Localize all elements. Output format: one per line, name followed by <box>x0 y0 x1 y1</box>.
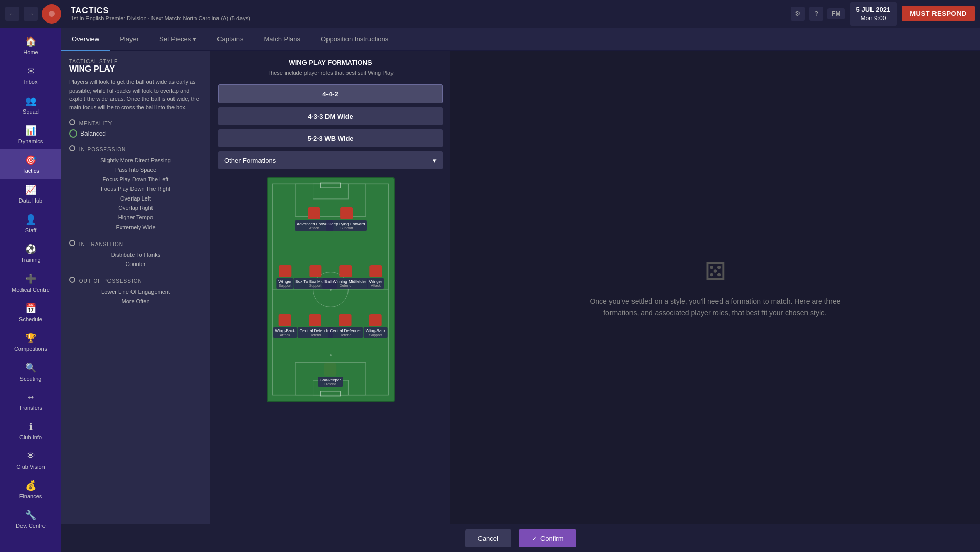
sidebar-label-inbox: Inbox <box>24 79 38 85</box>
other-formations-dropdown[interactable]: Other Formations ▾ <box>218 151 443 169</box>
sidebar-label-home: Home <box>23 49 38 55</box>
sidebar-icon-inbox: ✉ <box>27 65 35 77</box>
sidebar-icon-dynamics: 📊 <box>25 125 36 136</box>
must-respond-button[interactable]: MUST RESPOND <box>902 6 975 21</box>
player-shirt-4 <box>309 265 321 277</box>
sidebar-item-dev-centre[interactable]: 🔧Dev. Centre <box>0 504 61 534</box>
formation-523wbwide-button[interactable]: 5-2-3 WB Wide <box>218 129 443 147</box>
content-area: Overview Player Set Pieces ▾ Captains Ma… <box>61 28 980 552</box>
date-block: 5 JUL 2021 Mon 9:00 <box>850 2 897 26</box>
sidebar-item-dynamics[interactable]: 📊Dynamics <box>0 120 61 149</box>
confirm-button[interactable]: ✓ Confirm <box>519 529 577 547</box>
sidebar-item-schedule[interactable]: 📅Schedule <box>0 298 61 327</box>
cancel-button[interactable]: Cancel <box>465 529 511 547</box>
sidebar-label-dev-centre: Dev. Centre <box>16 523 46 529</box>
mentality-row: Balanced <box>69 129 202 138</box>
forward-button[interactable]: → <box>24 7 38 21</box>
confirm-check-icon: ✓ <box>532 535 537 542</box>
sidebar-label-dynamics: Dynamics <box>18 138 43 144</box>
sidebar-label-finances: Finances <box>19 493 42 499</box>
svg-point-13 <box>330 354 332 356</box>
player-shirt-1 <box>308 207 320 219</box>
sidebar-label-medical: Medical Centre <box>12 286 50 293</box>
page-subtitle: 1st in English Premier Division · Next M… <box>71 15 250 21</box>
sidebar-item-staff[interactable]: 👤Staff <box>0 209 61 238</box>
sidebar-icon-training: ⚽ <box>25 244 36 255</box>
sidebar-item-club-vision[interactable]: 👁Club Vision <box>0 446 61 475</box>
sidebar-item-data-hub[interactable]: 📈Data Hub <box>0 179 61 209</box>
sidebar-label-transfers: Transfers <box>19 405 42 411</box>
sidebar-icon-schedule: 📅 <box>25 303 36 314</box>
tab-match-plans[interactable]: Match Plans <box>254 28 311 51</box>
top-bar: ← → TACTICS 1st in English Premier Divis… <box>0 0 980 28</box>
svg-rect-7 <box>313 184 348 200</box>
sidebar-label-scouting: Scouting <box>20 376 42 382</box>
sidebar-icon-finances: 💰 <box>25 480 36 491</box>
sidebar-icon-squad: 👥 <box>25 95 36 106</box>
top-icons: ⚙ ? FM <box>791 7 844 21</box>
dice-icon: ⚄ <box>705 257 726 285</box>
main-layout: 🏠Home✉Inbox👥Squad📊Dynamics🎯Tactics📈Data … <box>0 28 980 552</box>
formation-433dmwide-button[interactable]: 4-3-3 DM Wide <box>218 107 443 125</box>
sidebar-label-squad: Squad <box>23 108 39 115</box>
sidebar-item-transfers[interactable]: ↔Transfers <box>0 387 61 416</box>
sidebar-item-finances[interactable]: 💰Finances <box>0 475 61 504</box>
out-of-possession-items: Lower Line Of Engagement More Often <box>69 287 202 306</box>
formation-panel-title: WING PLAY FORMATIONS <box>218 59 443 67</box>
sidebar-icon-medical: ➕ <box>25 273 36 284</box>
sidebar-item-training[interactable]: ⚽Training <box>0 238 61 268</box>
sidebar-label-club-vision: Club Vision <box>16 463 45 470</box>
sidebar-icon-transfers: ↔ <box>26 392 35 403</box>
player-deep-lying-forward: Deep Lying ForwardSupport <box>326 207 367 231</box>
back-button[interactable]: ← <box>5 7 19 21</box>
formation-442-button[interactable]: 4-4-2 <box>218 84 443 103</box>
sidebar-icon-club-vision: 👁 <box>26 451 35 461</box>
player-winger-right: WingerAttack <box>367 265 384 289</box>
in-transition-items: Distribute To Flanks Counter <box>69 250 202 269</box>
sidebar-item-scouting[interactable]: 🔍Scouting <box>0 357 61 387</box>
sidebar: 🏠Home✉Inbox👥Squad📊Dynamics🎯Tactics📈Data … <box>0 28 61 552</box>
sidebar-item-tactics[interactable]: 🎯Tactics <box>0 149 61 179</box>
nav-tabs: Overview Player Set Pieces ▾ Captains Ma… <box>61 28 980 51</box>
sidebar-item-club-info[interactable]: ℹClub Info <box>0 416 61 446</box>
sidebar-item-competitions[interactable]: 🏆Competitions <box>0 327 61 357</box>
sidebar-icon-staff: 👤 <box>25 214 36 225</box>
player-shirt-10 <box>369 314 382 326</box>
sidebar-item-home[interactable]: 🏠Home <box>0 31 61 60</box>
tab-opposition[interactable]: Opposition Instructions <box>311 28 399 51</box>
settings-icon[interactable]: ⚙ <box>791 7 805 21</box>
dropdown-arrow-icon: ▾ <box>433 157 437 164</box>
right-description: Once you've settled on a style, you'll n… <box>587 296 843 319</box>
help-icon[interactable]: ? <box>809 7 823 21</box>
sidebar-icon-home: 🏠 <box>25 36 36 47</box>
player-shirt-7 <box>279 314 291 326</box>
tab-set-pieces[interactable]: Set Pieces ▾ <box>149 28 207 51</box>
sidebar-icon-scouting: 🔍 <box>25 362 36 373</box>
in-possession-icon <box>69 145 75 151</box>
tactical-description: Players will look to get the ball out wi… <box>69 78 202 112</box>
player-shirt-9 <box>339 314 352 326</box>
tab-player[interactable]: Player <box>110 28 149 51</box>
player-cb-right: Central DefenderDefend <box>328 314 363 338</box>
page-title: TACTICS <box>71 6 250 15</box>
tab-overview[interactable]: Overview <box>61 28 110 51</box>
sidebar-label-club-info: Club Info <box>19 434 42 440</box>
balanced-icon <box>69 129 77 138</box>
player-wingback-left: Wing-BackAttack <box>273 314 297 338</box>
tab-captains[interactable]: Captains <box>207 28 253 51</box>
sidebar-icon-dev-centre: 🔧 <box>25 510 36 521</box>
sidebar-icon-club-info: ℹ <box>29 421 33 432</box>
player-shirt-5 <box>339 265 352 277</box>
svg-point-1 <box>49 11 55 17</box>
sidebar-item-squad[interactable]: 👥Squad <box>0 90 61 120</box>
player-winger-left: WingerSupport <box>276 265 293 289</box>
formation-panel-subtitle: These include player roles that best sui… <box>218 69 443 77</box>
sidebar-item-inbox[interactable]: ✉Inbox <box>0 60 61 90</box>
player-shirt-gk <box>324 363 336 376</box>
mentality-icon <box>69 119 75 125</box>
sidebar-item-medical[interactable]: ➕Medical Centre <box>0 268 61 298</box>
mentality-value: Balanced <box>80 130 106 137</box>
other-formations-label: Other Formations <box>224 157 276 164</box>
top-bar-right: ⚙ ? FM 5 JUL 2021 Mon 9:00 MUST RESPOND <box>791 2 975 26</box>
club-logo <box>42 4 61 24</box>
